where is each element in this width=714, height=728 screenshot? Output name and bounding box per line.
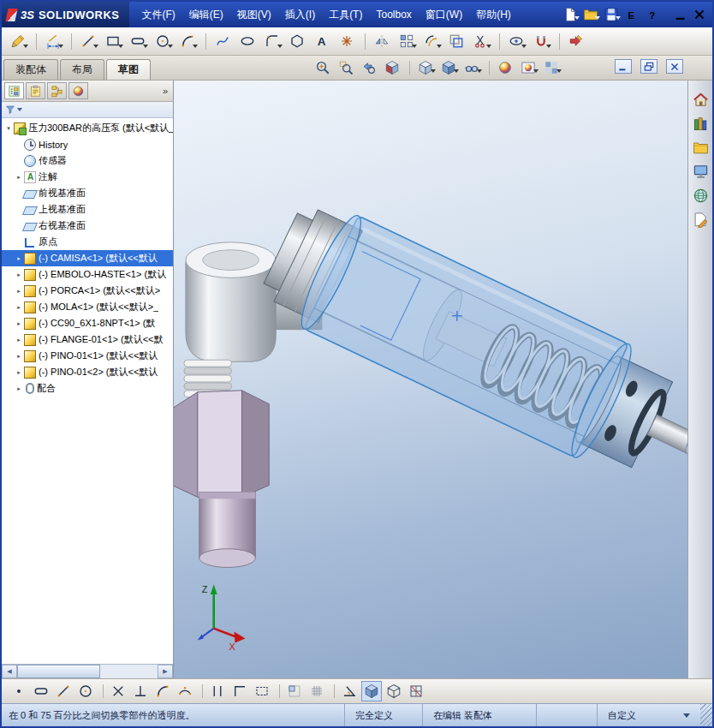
expand-icon[interactable]: ▸ (15, 385, 23, 392)
offset-entities-button[interactable] (419, 30, 443, 53)
stem-part[interactable] (199, 492, 256, 567)
expand-icon[interactable]: ▾ (4, 125, 13, 132)
expand-icon[interactable]: ▸ (15, 255, 23, 262)
tree-item[interactable]: ▸ (-) CC90_6X1-8NPT<1> (默 (2, 315, 173, 331)
cad-model[interactable]: Z X (174, 81, 687, 678)
smart-dimension-button[interactable] (41, 30, 64, 53)
save-button[interactable] (601, 4, 622, 25)
help-button[interactable] (642, 4, 663, 25)
expand-icon[interactable]: ▸ (15, 369, 23, 376)
sketch-button[interactable] (6, 30, 29, 53)
expand-icon[interactable]: ▸ (15, 174, 23, 181)
exit-sketch-button[interactable] (564, 30, 587, 53)
solidworks-resources-tab[interactable] (690, 89, 711, 110)
tree-item[interactable]: ▸ (-) CAMISA<1> (默认<<默认 (2, 250, 173, 266)
straight-slot-button[interactable] (126, 30, 149, 53)
spline-button[interactable] (211, 30, 234, 53)
quick-snaps-button[interactable] (529, 30, 552, 53)
zoom-to-fit-button[interactable] (312, 57, 334, 78)
slot-tool-button[interactable] (31, 681, 51, 701)
centerpoint-arc-button[interactable] (176, 30, 199, 53)
wireframe-view-button[interactable] (384, 681, 404, 701)
mirror-entities-button[interactable] (370, 30, 393, 53)
tree-item[interactable]: History (2, 136, 173, 152)
expand-icon[interactable]: ▸ (15, 272, 23, 278)
section-grid-button[interactable] (406, 681, 426, 701)
tree-item[interactable]: 原点 (2, 234, 173, 250)
grid-display-button[interactable] (306, 681, 327, 701)
tree-item[interactable]: ▸ 注解 (2, 169, 173, 185)
featuremanager-tab[interactable] (4, 82, 24, 99)
tree-item[interactable]: 上视基准面 (2, 201, 173, 218)
expand-icon[interactable]: ▸ (15, 353, 23, 360)
line-tool-button[interactable] (76, 30, 99, 53)
custom-properties-tab[interactable] (690, 209, 711, 230)
section-view-button[interactable] (381, 57, 403, 78)
doc-close-button[interactable] (666, 59, 683, 74)
polygon-button[interactable] (285, 30, 308, 53)
scrollbar-thumb[interactable] (17, 665, 100, 678)
tree-item[interactable]: ▸ (-) PINO-01<1> (默认<<默认 (2, 348, 173, 364)
display-relations-button[interactable] (504, 30, 527, 53)
linear-pattern-button[interactable] (395, 30, 418, 53)
expand-icon[interactable]: ▸ (15, 320, 23, 327)
menu-toolbox[interactable]: Toolbox (369, 6, 418, 23)
menu-tools[interactable]: 工具(T) (322, 5, 369, 25)
appearances-scenes-tab[interactable] (690, 185, 711, 206)
trim-entities-button[interactable] (469, 30, 492, 53)
minimize-window-button[interactable] (671, 6, 690, 23)
corner-tool-button[interactable] (229, 681, 250, 701)
design-library-tab[interactable] (690, 113, 711, 134)
corner-rectangle-button[interactable] (101, 30, 124, 53)
edit-appearance-button[interactable] (494, 57, 516, 78)
units-selector[interactable]: 自定义 (597, 704, 700, 726)
camisa-part-selected[interactable] (293, 211, 640, 463)
pump-axis-assembly[interactable] (253, 192, 687, 502)
view-orientation-button[interactable] (414, 57, 437, 78)
parallel-tool-button[interactable] (207, 681, 228, 701)
scrollbar-track[interactable] (17, 665, 158, 678)
point-tool-button[interactable] (9, 681, 29, 701)
expand-icon[interactable]: ▸ (15, 304, 23, 311)
tree-item[interactable]: 传感器 (2, 152, 173, 169)
perpendicular-tool-button[interactable] (130, 681, 151, 701)
menu-view[interactable]: 视图(V) (230, 5, 278, 25)
graphics-viewport[interactable]: Z X (174, 81, 687, 678)
circle-tool-button[interactable] (75, 681, 96, 701)
zoom-to-area-button[interactable] (335, 57, 357, 78)
propertymanager-tab[interactable] (26, 82, 45, 99)
shaded-view-button[interactable] (361, 681, 382, 701)
doc-minimize-button[interactable] (615, 59, 632, 74)
expand-icon[interactable]: ▸ (15, 288, 23, 295)
tree-item[interactable]: ▸ (-) PINO-01<2> (默认<<默认 (2, 364, 173, 380)
tree-item[interactable]: ▸ (-) FLANGE-01<1> (默认<<默 (2, 331, 173, 348)
tree-filter-bar[interactable] (2, 102, 173, 118)
intersection-tool-button[interactable] (108, 681, 128, 701)
point-button[interactable] (335, 30, 358, 53)
panel-expand-chevrons[interactable]: » (163, 86, 173, 96)
close-window-button[interactable] (690, 6, 709, 23)
menu-help[interactable]: 帮助(H) (469, 5, 518, 25)
hide-show-items-button[interactable] (461, 57, 483, 78)
tree-item[interactable]: ▸ (-) EMBOLO-HASTE<1> (默认 (2, 266, 173, 283)
tab-assembly[interactable]: 装配体 (3, 59, 58, 80)
circle-tool-button[interactable] (151, 30, 174, 53)
configurationmanager-tab[interactable] (47, 82, 67, 99)
display-style-button[interactable] (437, 57, 460, 78)
grid-cell-tool-button[interactable] (284, 681, 305, 701)
email-button[interactable] (622, 4, 642, 25)
menu-window[interactable]: 窗口(W) (419, 5, 469, 25)
view-settings-button[interactable] (540, 57, 562, 78)
convert-entities-button[interactable] (444, 30, 467, 53)
three-point-arc-tool-button[interactable] (175, 681, 195, 701)
file-explorer-tab[interactable] (690, 137, 711, 158)
view-palette-tab[interactable] (690, 161, 711, 182)
new-document-button[interactable] (560, 4, 580, 25)
tree-item[interactable]: ▸ (-) MOLA<1> (默认<<默认>_ (2, 299, 173, 315)
menu-edit[interactable]: 编辑(E) (182, 5, 230, 25)
hex-fitting-part[interactable] (174, 391, 269, 498)
open-button[interactable] (580, 4, 601, 25)
sketch-fillet-button[interactable] (260, 30, 283, 53)
tangent-arc-tool-button[interactable] (152, 681, 173, 701)
tree-item[interactable]: ▸ 配合 (2, 380, 173, 397)
